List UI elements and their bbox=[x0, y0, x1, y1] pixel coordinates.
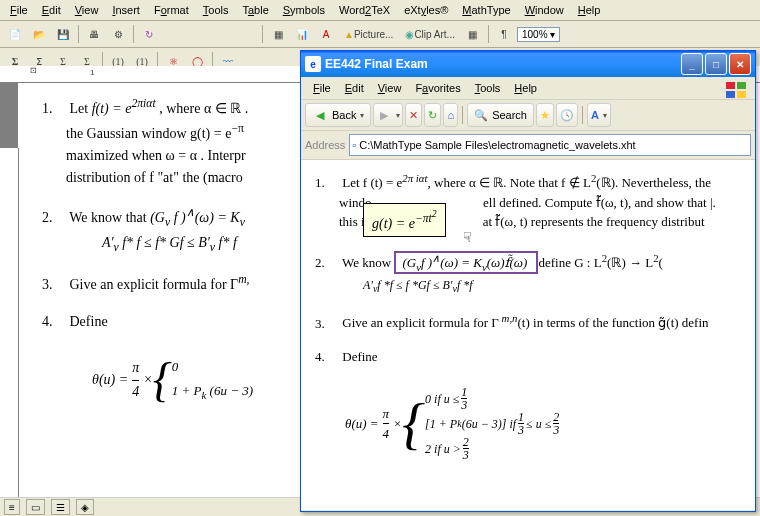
home-button[interactable]: ⌂ bbox=[443, 103, 458, 127]
picture-button[interactable]: ▲Picture... bbox=[339, 23, 398, 45]
refresh-button[interactable]: ↻ bbox=[424, 103, 441, 127]
minimize-button[interactable]: _ bbox=[681, 53, 703, 75]
menu-format[interactable]: Format bbox=[148, 2, 195, 18]
popup-menu-help[interactable]: Help bbox=[508, 80, 543, 96]
menu-extyles[interactable]: eXtyles® bbox=[398, 2, 454, 18]
svg-rect-2 bbox=[726, 91, 735, 98]
popup-menu-edit[interactable]: Edit bbox=[339, 80, 370, 96]
popup-menubar: File Edit View Favorites Tools Help bbox=[301, 77, 755, 100]
view-outline-icon[interactable]: ☰ bbox=[51, 499, 70, 515]
popup-toolbar: ◀Back▾ ▶▾ ✕ ↻ ⌂ 🔍Search ★ 🕓 A▾ bbox=[301, 100, 755, 131]
popup-titlebar[interactable]: e EE442 Final Exam _ □ ✕ bbox=[301, 51, 755, 77]
menu-file[interactable]: FFileile bbox=[4, 2, 34, 18]
popup-title: EE442 Final Exam bbox=[325, 57, 428, 71]
stop-button[interactable]: ✕ bbox=[405, 103, 422, 127]
svg-rect-3 bbox=[737, 91, 746, 98]
menu-help[interactable]: Help bbox=[572, 2, 607, 18]
open-icon[interactable]: 📂 bbox=[28, 23, 50, 45]
cursor-hand-icon: ☟ bbox=[463, 229, 472, 245]
popup-menu-favorites[interactable]: Favorites bbox=[409, 80, 466, 96]
para-icon[interactable]: ¶ bbox=[493, 23, 515, 45]
menu-word2tex[interactable]: Word2TeX bbox=[333, 2, 396, 18]
table-icon[interactable]: ▦ bbox=[267, 23, 289, 45]
back-button[interactable]: ◀Back▾ bbox=[305, 103, 371, 127]
popup-menu-tools[interactable]: Tools bbox=[469, 80, 507, 96]
view-page-icon[interactable]: ▭ bbox=[26, 499, 45, 515]
maximize-button[interactable]: □ bbox=[705, 53, 727, 75]
address-input[interactable]: ▫ C:\MathType Sample Files\electromagnet… bbox=[349, 134, 751, 156]
address-bar: Address ▫ C:\MathType Sample Files\elect… bbox=[301, 131, 755, 160]
favorites-button[interactable]: ★ bbox=[536, 103, 554, 127]
view-normal-icon[interactable]: ≡ bbox=[4, 499, 20, 515]
menu-edit[interactable]: Edit bbox=[36, 2, 67, 18]
menu-tools[interactable]: Tools bbox=[197, 2, 235, 18]
history-button[interactable]: 🕓 bbox=[556, 103, 578, 127]
main-toolbar-1: 📄 📂 💾 🖶 ⚙ ↻ ▦ 📊 Α ▲Picture... ◉Clip Art.… bbox=[0, 21, 760, 48]
grid-icon[interactable]: ▦ bbox=[462, 23, 484, 45]
svg-rect-1 bbox=[737, 82, 746, 89]
chart-icon[interactable]: 📊 bbox=[291, 23, 313, 45]
popup-menu-view[interactable]: View bbox=[372, 80, 408, 96]
popup-q2: 2. We know (Gνf )∧(ω) = Kν(ω)f̃(ω) defin… bbox=[315, 250, 747, 297]
popup-menu-file[interactable]: File bbox=[307, 80, 337, 96]
menu-view[interactable]: View bbox=[69, 2, 105, 18]
equation-highlight[interactable]: (Gνf )∧(ω) = Kν(ω)f̃(ω) bbox=[394, 251, 538, 274]
popup-app-icon: e bbox=[305, 56, 321, 72]
popup-q3: 3. Give an explicit formula for Γ m,n(t)… bbox=[315, 310, 747, 333]
menu-table[interactable]: Table bbox=[236, 2, 274, 18]
popup-q4: 4. Define θ(u) = π4 × { 0 if u ≤ 13 [1 +… bbox=[315, 347, 747, 461]
clipart-button[interactable]: ◉Clip Art... bbox=[400, 23, 460, 45]
menu-window[interactable]: Window bbox=[519, 2, 570, 18]
menu-mathtype[interactable]: MathType bbox=[456, 2, 516, 18]
svg-rect-0 bbox=[726, 82, 735, 89]
windows-logo-icon bbox=[725, 81, 749, 101]
menu-symbols[interactable]: Symbols bbox=[277, 2, 331, 18]
popup-window: e EE442 Final Exam _ □ ✕ File Edit View … bbox=[300, 50, 756, 512]
close-button[interactable]: ✕ bbox=[729, 53, 751, 75]
address-label: Address bbox=[305, 139, 345, 151]
search-button[interactable]: 🔍Search bbox=[467, 103, 534, 127]
view-web-icon[interactable]: ◈ bbox=[76, 499, 94, 515]
vertical-ruler[interactable] bbox=[0, 148, 19, 516]
equation-tooltip: g(t) = e−πt2 bbox=[363, 203, 446, 237]
new-doc-icon[interactable]: 📄 bbox=[4, 23, 26, 45]
zoom-box[interactable]: 100% ▾ bbox=[517, 27, 560, 42]
save-icon[interactable]: 💾 bbox=[52, 23, 74, 45]
tool-icon[interactable]: ⚙ bbox=[107, 23, 129, 45]
print-icon[interactable]: 🖶 bbox=[83, 23, 105, 45]
main-menubar: FFileile Edit View Insert Format Tools T… bbox=[0, 0, 760, 21]
font-button[interactable]: A▾ bbox=[587, 103, 611, 127]
forward-button[interactable]: ▶▾ bbox=[373, 103, 403, 127]
alpha-icon[interactable]: Α bbox=[315, 23, 337, 45]
menu-insert[interactable]: Insert bbox=[106, 2, 146, 18]
page-icon: ▫ bbox=[352, 139, 356, 151]
refresh-icon[interactable]: ↻ bbox=[138, 23, 160, 45]
